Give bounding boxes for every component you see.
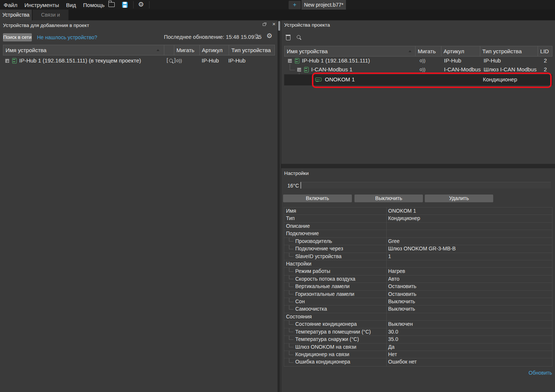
property-row[interactable]: Режим работыНагрев [284,268,552,275]
splitter-handle[interactable] [278,21,280,31]
property-row[interactable]: Описание [284,223,552,230]
property-value[interactable]: Выключен [386,321,552,328]
property-value[interactable]: Да [386,344,552,351]
property-row[interactable]: Горизонтальные ламелиОстановить [284,291,552,298]
column-header-type[interactable]: Тип устройства [229,45,275,55]
delete-device-icon[interactable] [286,34,291,40]
collapse-icon[interactable] [297,68,301,72]
blink-signal-icon[interactable]: o)) [420,58,426,63]
property-label: Производитель [284,238,386,245]
property-group-row[interactable]: Подключение [284,230,552,237]
column-header-blank[interactable] [164,45,174,55]
property-row[interactable]: Вертикальные ламелиОстановить [284,283,552,290]
column-header-name[interactable]: Имя устройства [285,46,416,56]
close-panel-icon[interactable]: × [272,21,276,27]
open-folder-icon[interactable] [108,2,115,7]
property-value[interactable] [386,230,552,237]
menu-file[interactable]: Файл [3,2,18,8]
view-tab-bar: Устройства Связи и логика [0,10,555,20]
table-row[interactable]: IP-Hub 1 (192.168.151.111) (в текущем пр… [0,55,275,67]
property-row[interactable]: ТипКондиционер [284,215,552,222]
property-row[interactable]: СамоочисткаВыключить [284,305,552,313]
property-value[interactable]: 1 [386,253,552,260]
column-header-blink[interactable]: Мигать [416,46,441,56]
property-value[interactable]: Нет [386,351,552,358]
undock-panel-icon[interactable] [263,23,266,26]
blink-signal-icon[interactable]: o)) [176,58,182,63]
save-icon[interactable] [122,2,128,8]
tree-tick [289,268,293,272]
temperature-slider-groove[interactable] [301,182,551,189]
property-value[interactable]: Выключить [386,298,552,305]
delete-button[interactable]: Удалить [425,195,493,202]
property-group-row[interactable]: Настройки [284,260,552,268]
refresh-link[interactable]: Обновить [529,370,552,376]
column-header-type[interactable]: Тип устройства [480,46,538,56]
panel-gear-icon[interactable]: ⚙ [266,33,272,39]
column-header-lid[interactable]: LID [538,46,552,56]
search-icon[interactable] [296,35,302,40]
property-value[interactable] [386,313,552,320]
column-header-articul[interactable]: Артикул [441,46,480,56]
tree-row-i-can-modbus[interactable]: I-CAN-Modbus 1 o)) I-CAN-Modbus Шлюз I-C… [284,65,552,74]
property-value[interactable]: Остановить [386,291,552,298]
menu-tools[interactable]: Инструменты [24,2,60,8]
blink-signal-icon[interactable]: o)) [420,67,426,72]
property-value[interactable]: Выключить [386,305,552,312]
turn-on-button[interactable]: Включить [283,195,352,202]
device-articul: I-CAN-Modbus [444,66,481,72]
property-value[interactable]: 35.0 [386,336,552,343]
property-value[interactable]: Шлюз ONOKOM GR-3-MB-B [386,245,552,252]
horizontal-splitter[interactable] [281,164,555,168]
property-row[interactable]: Температура в помещении (°C)30.0 [284,328,552,336]
tree-row-ip-hub[interactable]: IP-Hub 1 (192.168.151.111) o)) IP-Hub IP… [284,57,552,65]
property-row[interactable]: СонВыключить [284,298,552,305]
property-value[interactable] [386,223,552,230]
property-row[interactable]: Шлюз ONOKOM на связиДа [284,344,552,351]
device-type: Кондиционер [483,76,517,82]
property-value[interactable]: Нагрев [386,268,552,275]
property-value[interactable]: Авто [386,276,552,283]
project-tab[interactable]: New project.b77* [302,0,346,10]
property-value[interactable]: ONOKOM 1 [386,207,552,214]
turn-off-button[interactable]: Выключить [354,195,423,202]
menu-view[interactable]: Вид [65,2,77,8]
tree-tick [289,298,293,302]
property-row[interactable]: Состояние кондиционераВыключен [284,321,552,328]
column-header-blink[interactable]: Мигать [174,45,200,55]
property-label: Вертикальные ламели [284,283,386,290]
collapse-icon[interactable] [288,59,292,63]
property-value[interactable]: Ошибок нет [386,358,552,366]
expand-icon[interactable] [5,59,9,63]
vertical-splitter[interactable] [278,20,281,392]
property-row[interactable]: Подключение черезШлюз ONOKOM GR-3-MB-B [284,245,552,253]
tab-devices[interactable]: Устройства [0,10,32,20]
property-row[interactable]: ИмяONOKOM 1 [284,207,552,215]
column-header-name[interactable]: Имя устройства [3,45,164,55]
tree-row-onokom[interactable]: ONOKOM 1 Кондиционер [284,74,552,85]
tab-links-logic[interactable]: Связи и логика [33,10,68,20]
property-value[interactable]: Кондиционер [386,215,552,222]
property-value[interactable] [386,260,552,267]
device-not-found-link[interactable]: Не нашлось устройство? [37,34,97,40]
property-value[interactable]: Остановить [386,283,552,290]
identify-scan-icon[interactable]: [] [166,57,176,63]
search-icon[interactable] [254,34,260,39]
settings-gear-icon[interactable]: ⚙ [138,1,144,8]
property-row[interactable]: ПроизводительGree [284,238,552,245]
property-group-row[interactable]: Состояния [284,313,552,321]
property-value[interactable]: 30.0 [386,328,552,335]
property-row[interactable]: Температура снаружи (°C)35.0 [284,336,552,343]
menu-help[interactable]: Помощь [83,2,105,8]
property-value[interactable]: Gree [386,238,552,245]
property-row[interactable]: Ошибка кондиционераОшибок нет [284,358,552,366]
column-header-articul[interactable]: Артикул [200,45,229,55]
network-search-button[interactable]: Поиск в сети [3,33,32,41]
panel-title: Настройки [284,170,309,176]
property-row[interactable]: Кондиционер на связиНет [284,351,552,358]
toolbar-separator [133,1,134,9]
property-row[interactable]: Скорость потока воздухаАвто [284,276,552,283]
new-project-tab-button[interactable]: + [289,1,301,9]
property-row[interactable]: SlaveID устройства1 [284,253,552,260]
tree-tick [289,305,293,310]
